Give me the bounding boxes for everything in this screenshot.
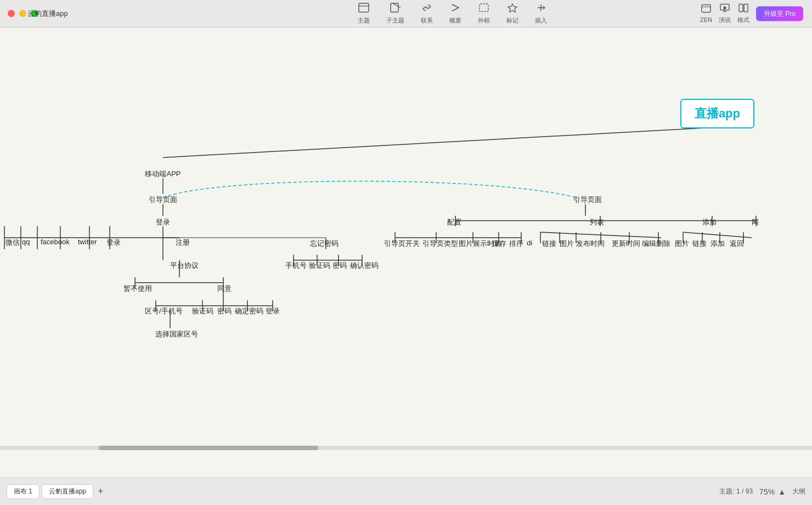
node-di[interactable]: di xyxy=(527,239,532,247)
node-select-country[interactable]: 选择国家区号 xyxy=(155,329,198,339)
node-facebook[interactable]: facebook xyxy=(41,238,70,246)
present-label: 演说 xyxy=(719,15,731,24)
node-guide-type[interactable]: 引导页类型 xyxy=(422,239,458,249)
svg-rect-9 xyxy=(702,5,710,13)
toolbar-sub-theme[interactable]: 子主题 xyxy=(386,3,404,25)
svg-marker-6 xyxy=(508,4,517,12)
view-label[interactable]: 大纲 xyxy=(792,487,805,496)
svg-marker-14 xyxy=(724,5,727,10)
node-image2[interactable]: 图片 xyxy=(675,239,689,249)
svg-line-61 xyxy=(540,232,661,238)
zoom-up-icon[interactable]: ▲ xyxy=(778,487,786,496)
sub-theme-icon xyxy=(390,3,401,15)
node-password[interactable]: 密码 xyxy=(332,261,347,271)
node-confirm-password2[interactable]: 确定密码 xyxy=(235,306,263,316)
node-platform-protocol[interactable]: 平台协议 xyxy=(170,261,199,271)
node-agree[interactable]: 同意 xyxy=(217,284,232,294)
zoom-level[interactable]: 75% xyxy=(759,487,775,496)
node-weixin[interactable]: 微信 xyxy=(5,238,20,248)
toolbar-right: ZEN 演说 格式 升级至 Pro xyxy=(700,3,803,24)
insert-icon xyxy=(535,3,546,15)
node-twitter[interactable]: twitter xyxy=(78,238,97,246)
node-add2[interactable]: 添加 xyxy=(710,239,725,249)
toolbar-summary[interactable]: 概要 xyxy=(449,3,461,25)
frame-icon xyxy=(478,3,489,15)
upgrade-button[interactable]: 升级至 Pro xyxy=(756,6,803,21)
node-verify-code2[interactable]: 验证码 xyxy=(192,306,213,316)
node-login[interactable]: 登录 xyxy=(156,217,170,227)
toolbar-link[interactable]: 联系 xyxy=(421,3,433,25)
tab-canvas2[interactable]: 云豹直播app xyxy=(42,484,93,499)
mindmap-lines xyxy=(0,27,812,478)
toolbar-sub-theme-label: 子主题 xyxy=(386,16,404,25)
node-edit[interactable]: 编辑 xyxy=(642,239,656,249)
svg-rect-16 xyxy=(744,4,748,12)
svg-line-3 xyxy=(393,3,401,8)
format-label: 格式 xyxy=(737,15,749,24)
node-publish-time[interactable]: 发布时间 xyxy=(576,239,605,249)
node-qq[interactable]: qq xyxy=(22,238,30,246)
svg-line-68 xyxy=(683,232,752,238)
node-phone[interactable]: 手机号 xyxy=(285,261,307,271)
zen-label: ZEN xyxy=(700,16,712,23)
node-guide-page2[interactable]: 引导页面 xyxy=(573,195,602,205)
toolbar-theme[interactable]: 主题 xyxy=(358,3,370,25)
link-icon xyxy=(421,3,432,15)
node-config[interactable]: 配置 xyxy=(447,217,461,227)
close-button[interactable] xyxy=(8,10,15,17)
node-save[interactable]: 保存 xyxy=(492,239,506,249)
toolbar-mark[interactable]: 标记 xyxy=(506,3,518,25)
node-mobile-app[interactable]: 移动端APP xyxy=(145,169,181,179)
app-title: 云豹直播app xyxy=(27,9,68,19)
root-node[interactable]: 直播app xyxy=(680,99,754,128)
node-verify-code[interactable]: 验证码 xyxy=(309,261,330,271)
canvas-area: 直播app 移动端APP 引导页面 登录 微信 qq facebook twit… xyxy=(0,27,812,478)
format-icon xyxy=(738,3,748,14)
zoom-controls: 75% ▲ xyxy=(759,487,786,496)
svg-rect-5 xyxy=(480,4,488,12)
toolbar-mark-label: 标记 xyxy=(506,16,518,25)
tab-canvas1-label: 画布 1 xyxy=(14,487,32,496)
node-password2[interactable]: 密码 xyxy=(217,306,232,316)
titlebar: 云豹直播app 主题 子主题 联系 概要 xyxy=(0,0,812,27)
toolbar-frame[interactable]: 外框 xyxy=(478,3,490,25)
node-back[interactable]: 返回 xyxy=(730,239,744,249)
node-confirm-password[interactable]: 确认密码 xyxy=(350,261,379,271)
canvas-scrollbar[interactable] xyxy=(0,446,812,450)
minimize-button[interactable] xyxy=(19,10,26,17)
node-chain[interactable]: 链接 xyxy=(542,239,556,249)
canvas-scrollbar-thumb[interactable] xyxy=(99,446,318,450)
toolbar-format[interactable]: 格式 xyxy=(737,3,749,24)
node-login2[interactable]: 登录 xyxy=(266,306,280,316)
toolbar-insert-label: 插入 xyxy=(535,16,547,25)
node-sort[interactable]: 排序 xyxy=(509,239,523,249)
node-not-use[interactable]: 暂不使用 xyxy=(123,284,152,294)
toolbar-frame-label: 外框 xyxy=(478,16,490,25)
node-delete[interactable]: 删除 xyxy=(656,239,670,249)
node-register[interactable]: 注册 xyxy=(176,238,190,248)
bottombar-right: 主题: 1 / 93 75% ▲ 大纲 xyxy=(719,487,805,496)
toolbar-zen[interactable]: ZEN xyxy=(700,4,712,23)
node-guide-page1[interactable]: 引导页面 xyxy=(149,195,177,205)
svg-line-17 xyxy=(163,128,705,158)
toolbar-insert[interactable]: 插入 xyxy=(535,3,547,25)
theme-info: 主题: 1 / 93 xyxy=(719,487,753,496)
node-chain2[interactable]: 链接 xyxy=(692,239,707,249)
toolbar-summary-label: 概要 xyxy=(449,16,461,25)
bottombar: 画布 1 云豹直播app + 主题: 1 / 93 75% ▲ 大纲 xyxy=(0,478,812,505)
node-denglu[interactable]: 登录 xyxy=(106,238,121,248)
toolbar-theme-label: 主题 xyxy=(358,16,370,25)
node-area-phone[interactable]: 区号/手机号 xyxy=(145,306,183,316)
node-update-time[interactable]: 更新时间 xyxy=(612,239,640,249)
node-image[interactable]: 图片 xyxy=(560,239,574,249)
node-guide-switch[interactable]: 引导页开关 xyxy=(384,239,420,249)
node-forgot-password[interactable]: 忘记密码 xyxy=(310,239,339,249)
zen-icon xyxy=(701,4,711,15)
add-tab-button[interactable]: + xyxy=(98,486,104,497)
node-list[interactable]: 列表 xyxy=(590,217,604,227)
node-add[interactable]: 添加 xyxy=(702,217,717,227)
svg-rect-15 xyxy=(739,4,743,12)
tab-canvas1[interactable]: 画布 1 xyxy=(7,484,40,499)
toolbar-present[interactable]: 演说 xyxy=(719,3,731,24)
node-net[interactable]: 网 xyxy=(752,217,759,227)
